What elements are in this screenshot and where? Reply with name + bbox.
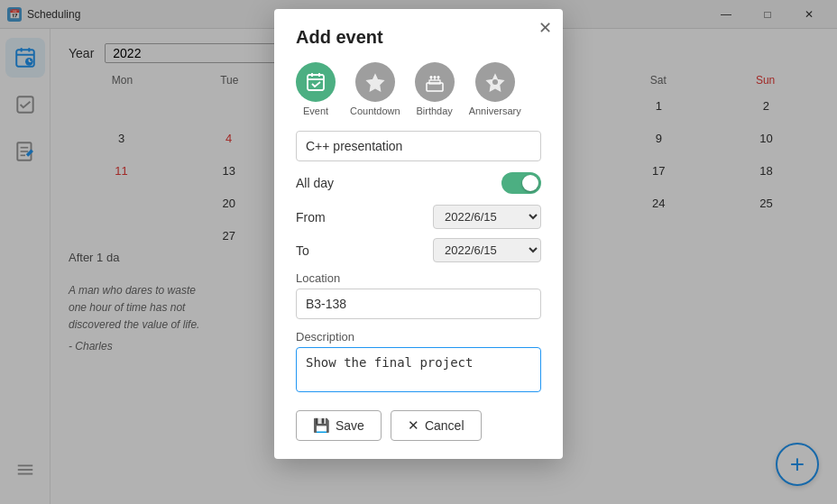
save-label: Save	[336, 418, 364, 433]
description-label: Description	[296, 330, 541, 344]
dialog-footer: 💾 Save ✕ Cancel	[296, 410, 541, 441]
event-type-countdown-label: Countdown	[350, 105, 400, 116]
location-label: Location	[296, 271, 541, 285]
from-row: From 2022/6/15	[296, 205, 541, 229]
location-field: Location	[296, 271, 541, 319]
svg-point-25	[429, 76, 432, 78]
toggle-knob	[522, 175, 538, 191]
event-type-event-label: Event	[303, 105, 328, 116]
svg-rect-21	[429, 80, 440, 84]
svg-rect-15	[308, 75, 324, 90]
cancel-button[interactable]: ✕ Cancel	[391, 410, 482, 441]
dialog-overlay: ✕ Add event Event	[0, 0, 837, 504]
save-icon: 💾	[313, 417, 330, 434]
event-type-event[interactable]: Event	[296, 62, 336, 116]
svg-point-29	[492, 79, 498, 85]
event-icon-anniversary	[475, 62, 515, 102]
description-field: Description Show the final project	[296, 330, 541, 396]
allday-label: All day	[296, 176, 334, 190]
event-type-birthday[interactable]: Birthday	[415, 62, 455, 116]
event-type-countdown[interactable]: Countdown	[350, 62, 400, 116]
svg-point-26	[433, 76, 436, 78]
to-date-select[interactable]: 2022/6/15	[433, 238, 541, 262]
event-type-anniversary[interactable]: Anniversary	[469, 62, 521, 116]
cancel-icon: ✕	[408, 417, 419, 434]
svg-marker-19	[367, 75, 383, 91]
from-date-select[interactable]: 2022/6/15	[433, 205, 541, 229]
svg-point-27	[437, 76, 439, 78]
save-button[interactable]: 💾 Save	[296, 410, 382, 441]
event-type-birthday-label: Birthday	[416, 105, 452, 116]
event-icon-birthday	[415, 62, 455, 102]
to-label: To	[296, 243, 309, 258]
allday-row: All day	[296, 172, 541, 194]
event-type-anniversary-label: Anniversary	[469, 105, 521, 116]
from-label: From	[296, 210, 326, 225]
allday-toggle[interactable]	[501, 172, 541, 194]
event-icon-countdown	[355, 62, 395, 102]
event-name-field	[296, 131, 541, 161]
description-input[interactable]: Show the final project	[296, 347, 541, 392]
to-row: To 2022/6/15	[296, 238, 541, 262]
dialog-close-button[interactable]: ✕	[538, 18, 552, 38]
event-name-input[interactable]	[296, 131, 541, 161]
event-icon-event	[296, 62, 336, 102]
location-input[interactable]	[296, 289, 541, 319]
add-event-dialog: ✕ Add event Event	[274, 9, 563, 459]
app-window: 📅 Scheduling — □ ✕	[0, 0, 837, 504]
event-types: Event Countdown	[296, 62, 541, 116]
cancel-label: Cancel	[425, 418, 464, 433]
dialog-title: Add event	[296, 27, 541, 48]
